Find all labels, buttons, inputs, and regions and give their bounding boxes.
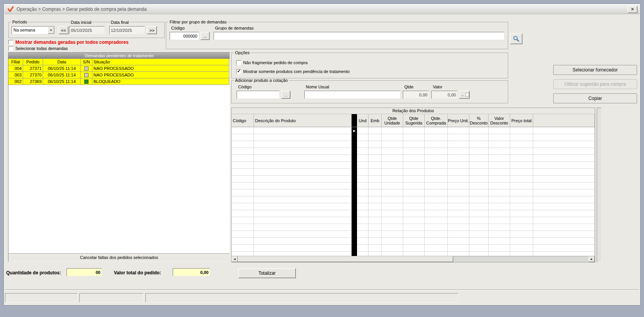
valor-field[interactable] <box>431 91 457 99</box>
demanda-sn-checkbox[interactable] <box>84 66 88 71</box>
produto-row[interactable] <box>232 252 595 256</box>
previous-period-button[interactable]: << <box>58 26 68 34</box>
produto-row[interactable] <box>232 238 595 245</box>
produto-cell <box>510 189 533 196</box>
produto-cell <box>357 183 369 189</box>
produto-cell <box>489 162 510 169</box>
produto-row[interactable] <box>232 196 595 203</box>
valor-total-field[interactable] <box>173 268 210 276</box>
produto-row[interactable] <box>232 210 595 217</box>
scroll-left-icon[interactable]: ◄ <box>232 256 238 262</box>
produto-cell <box>510 183 533 189</box>
produto-cell <box>254 231 352 238</box>
produto-row[interactable] <box>232 183 595 189</box>
codigo-produto-field[interactable] <box>237 91 280 99</box>
produto-row[interactable] <box>232 203 595 210</box>
quantidade-produtos-label: Quantidade de produtos: <box>6 270 61 276</box>
demanda-cell: NAO PROCESSADO <box>92 72 229 78</box>
demanda-cell: 002 <box>8 78 23 85</box>
produto-row[interactable] <box>232 224 595 231</box>
produto-row[interactable] <box>232 189 595 196</box>
produto-cell <box>425 217 448 224</box>
chevron-down-icon[interactable]: ▼ <box>48 27 54 34</box>
produto-cell <box>448 210 469 217</box>
produto-row[interactable] <box>232 141 595 148</box>
produto-cell <box>533 224 595 231</box>
produto-row[interactable] <box>232 148 595 155</box>
grupo-demandas-label: Grupo de demandas <box>214 26 254 31</box>
produtos-hscrollbar[interactable]: ◄ ► <box>232 256 595 262</box>
produto-cell <box>357 217 369 224</box>
demanda-row[interactable]: 0032737006/10/25 11:14NAO PROCESSADO <box>8 72 230 78</box>
hscrollbar-track[interactable] <box>453 256 589 262</box>
scroll-right-icon[interactable]: ► <box>589 256 595 262</box>
qtde-field[interactable] <box>403 91 429 99</box>
produto-cell <box>352 134 357 141</box>
selecionar-fornecedor-button[interactable]: Selecionar fornecedor <box>553 65 637 75</box>
copiar-label: Copiar <box>588 96 602 101</box>
produto-row[interactable] <box>232 155 595 162</box>
produto-cell <box>382 217 403 224</box>
produto-cell <box>352 141 357 148</box>
produto-cell <box>469 217 489 224</box>
produto-cell <box>232 141 254 148</box>
produto-row[interactable] <box>232 217 595 224</box>
produto-cell <box>369 134 382 141</box>
browse-produto-button[interactable]: ... <box>281 91 290 99</box>
hscrollbar-thumb[interactable] <box>238 256 453 262</box>
produto-cell <box>254 148 352 155</box>
statusbar-separator <box>5 289 639 290</box>
nome-usual-field[interactable] <box>304 91 400 99</box>
produto-cell <box>533 196 595 203</box>
checkbox-nao-fragmentar[interactable]: Não fragmentar pedido de compra <box>236 60 308 65</box>
checkbox-selecionar-todas[interactable]: Selecionar todas demandas <box>8 46 68 51</box>
produto-cell <box>533 203 595 210</box>
produto-cell <box>357 169 369 176</box>
demanda-sn-checkbox[interactable] <box>84 73 88 77</box>
produto-row[interactable] <box>232 176 595 183</box>
produtos-body: ▶ <box>232 127 595 256</box>
checkbox-box <box>236 60 241 65</box>
close-button[interactable]: × <box>627 6 637 13</box>
data-inicial-field[interactable] <box>69 26 105 34</box>
checkbox-mostrar-todos-compradores[interactable]: Mostrar demandas geradas por todos compr… <box>8 40 128 45</box>
cancelar-faltas-button[interactable]: Cancelar faltas dos pedidos selecionados <box>8 253 230 262</box>
produto-cell <box>352 189 357 196</box>
utilizar-sugestao-button[interactable]: Utilizar sugestão para compra <box>553 79 637 89</box>
produtos-header-cell: Preço total <box>510 114 533 127</box>
quantidade-produtos-field[interactable] <box>67 268 102 276</box>
search-grupo-button[interactable] <box>510 33 522 44</box>
add-to-cotacao-button[interactable]: → <box>459 91 470 99</box>
produto-cell <box>489 224 510 231</box>
produto-cell <box>510 252 533 256</box>
totalizar-button[interactable]: Totalizar <box>238 268 296 278</box>
previous-period-label: << <box>61 28 66 33</box>
produto-cell <box>448 141 469 148</box>
produto-row[interactable] <box>232 162 595 169</box>
produto-cell <box>533 189 595 196</box>
grupo-demandas-field[interactable] <box>214 32 504 40</box>
produto-cell <box>510 196 533 203</box>
produto-cell <box>425 203 448 210</box>
demanda-row[interactable]: 0022736906/10/25 11:14BLOQUEADO <box>8 78 230 85</box>
produto-row[interactable]: ▶ <box>232 127 595 134</box>
produto-cell <box>357 141 369 148</box>
produto-cell <box>469 238 489 245</box>
demanda-sn-checkbox[interactable] <box>84 80 88 84</box>
demanda-row[interactable]: 0042737106/10/25 11:14NAO PROCESSADO <box>8 65 230 72</box>
produto-row[interactable] <box>232 245 595 252</box>
codigo-grupo-field[interactable] <box>170 32 199 40</box>
produtos-header-cell: Und <box>357 114 369 127</box>
produto-row[interactable] <box>232 169 595 176</box>
checkbox-mostrar-somente-pendencia[interactable]: Mostrar somente produtos com pendência d… <box>236 69 350 74</box>
browse-grupo-button[interactable]: ... <box>200 32 210 40</box>
next-period-button[interactable]: >> <box>147 26 157 34</box>
produto-cell <box>533 252 595 256</box>
produto-row[interactable] <box>232 134 595 141</box>
produto-row[interactable] <box>232 231 595 238</box>
arrow-right-icon: → <box>460 93 465 97</box>
periodo-select[interactable]: Na semana ▼ <box>12 26 55 34</box>
data-final-field[interactable] <box>109 26 145 34</box>
produtos-vscrollbar[interactable] <box>597 108 602 262</box>
copiar-button[interactable]: Copiar <box>553 93 637 103</box>
